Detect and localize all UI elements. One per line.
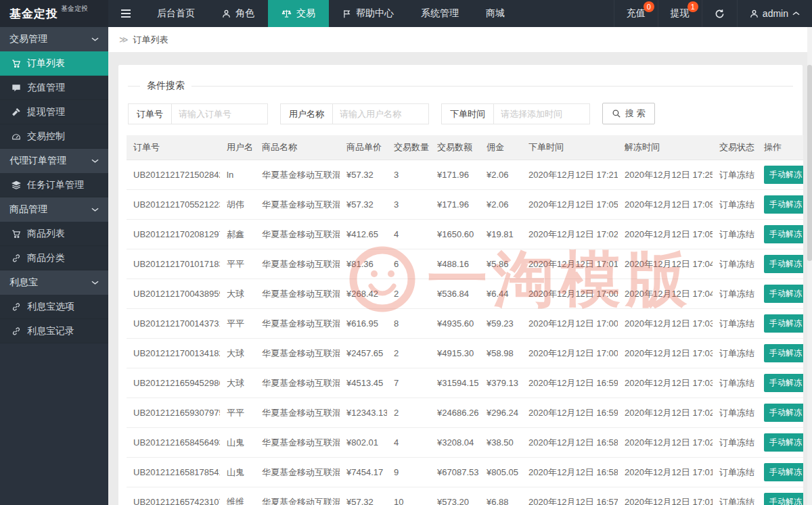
sidebar-item-lixibao-options[interactable]: 利息宝选项 bbox=[0, 295, 108, 319]
cell-commission: ¥38.50 bbox=[480, 428, 522, 458]
col-trade-qty: 交易数量 bbox=[387, 135, 430, 160]
cell-unfreeze-time: 2020年12月12日 17:04:28 bbox=[618, 249, 713, 279]
cell-action: 手动解冻 bbox=[757, 428, 803, 458]
cell-order-no: UB2012121721502842 bbox=[127, 160, 220, 190]
nav-label: 角色 bbox=[235, 7, 254, 20]
sidebar-item-lixibao-records[interactable]: 利息宝记录 bbox=[0, 319, 108, 343]
breadcrumb: ≫ 订单列表 bbox=[108, 27, 812, 52]
cell-username: 山鬼 bbox=[220, 428, 255, 458]
order-no-label: 订单号 bbox=[128, 103, 172, 124]
cell-unit-price: ¥268.42 bbox=[340, 279, 387, 309]
recharge-button[interactable]: 充值 0 bbox=[614, 0, 658, 27]
manual-unfreeze-button[interactable]: 手动解冻 bbox=[764, 404, 803, 422]
sidebar-item-label: 利息宝选项 bbox=[27, 301, 74, 313]
sidebar-item-product-list[interactable]: 商品列表 bbox=[0, 222, 108, 246]
menu-toggle-button[interactable] bbox=[108, 0, 143, 27]
scrollbar-thumb[interactable] bbox=[807, 65, 812, 261]
cell-trade-qty: 2 bbox=[387, 339, 430, 368]
manual-unfreeze-button[interactable]: 手动解冻 bbox=[764, 493, 803, 505]
nav-system-manage[interactable]: 系统管理 bbox=[407, 0, 472, 27]
cell-action: 手动解冻 bbox=[757, 487, 803, 505]
username-input[interactable] bbox=[332, 103, 429, 124]
main-content: ≫ 订单列表 条件搜索 订单号 用户名称 下单时间 bbox=[108, 27, 812, 505]
chevron-down-icon bbox=[91, 158, 99, 164]
username: admin bbox=[763, 8, 788, 19]
cell-commission: ¥6.44 bbox=[480, 279, 522, 309]
cell-unfreeze-time: 2020年12月12日 17:02:49 bbox=[618, 398, 713, 428]
cell-trade-status: 订单冻结 bbox=[713, 398, 757, 428]
nav-label: 系统管理 bbox=[421, 7, 459, 20]
cell-product-name: 华夏基金移动互联混合 bbox=[255, 160, 340, 190]
order-no-input[interactable] bbox=[171, 103, 268, 124]
flag-icon bbox=[342, 9, 351, 18]
nav-label: 帮助中心 bbox=[356, 7, 394, 20]
cell-action: 手动解冻 bbox=[757, 190, 803, 220]
cell-unit-price: ¥616.95 bbox=[340, 309, 387, 339]
order-time-input[interactable] bbox=[493, 103, 590, 124]
sidebar-item-trade-control[interactable]: 交易控制 bbox=[0, 124, 108, 149]
cell-unfreeze-time: 2020年12月12日 17:09:20 bbox=[618, 190, 713, 220]
manual-unfreeze-button[interactable]: 手动解冻 bbox=[764, 344, 803, 362]
nav-roles[interactable]: 角色 bbox=[208, 0, 268, 27]
sidebar-item-recharge-manage[interactable]: 充值管理 bbox=[0, 76, 108, 100]
manual-unfreeze-button[interactable]: 手动解冻 bbox=[764, 195, 803, 214]
table-row: UB2012121657423107 维维 华夏基金移动互联混合 ¥57.32 … bbox=[127, 487, 803, 505]
cell-trade-qty: 7 bbox=[387, 368, 430, 398]
nav-home[interactable]: 后台首页 bbox=[143, 0, 208, 27]
withdraw-badge: 1 bbox=[687, 1, 698, 12]
nav-trade[interactable]: 交易 bbox=[268, 0, 329, 27]
cell-username: 郝鑫 bbox=[220, 220, 255, 249]
sidebar-group-agent-order-manage[interactable]: 代理订单管理 bbox=[0, 149, 108, 173]
manual-unfreeze-button[interactable]: 手动解冻 bbox=[764, 463, 803, 481]
cell-trade-amount: ¥573.20 bbox=[430, 487, 480, 505]
manual-unfreeze-button[interactable]: 手动解冻 bbox=[764, 255, 803, 273]
cell-action: 手动解冻 bbox=[757, 279, 803, 309]
manual-unfreeze-button[interactable]: 手动解冻 bbox=[764, 285, 803, 303]
sidebar-item-label: 提现管理 bbox=[27, 106, 65, 118]
cell-trade-amount: ¥3208.04 bbox=[430, 428, 480, 458]
manual-unfreeze-button[interactable]: 手动解冻 bbox=[764, 433, 803, 452]
cell-order-no: UB2012121658456493 bbox=[127, 428, 220, 458]
nav-mall[interactable]: 商城 bbox=[472, 0, 518, 27]
scrollbar-track[interactable] bbox=[807, 27, 812, 505]
withdraw-button[interactable]: 提现 1 bbox=[658, 0, 702, 27]
cell-username: 维维 bbox=[220, 487, 255, 505]
manual-unfreeze-button[interactable]: 手动解冻 bbox=[764, 225, 803, 243]
order-table-wrap: 订单号 用户名 商品名称 商品单价 交易数量 交易数额 佣金 下单时间 解冻时间… bbox=[127, 135, 794, 505]
cell-trade-status: 订单冻结 bbox=[713, 487, 757, 505]
cell-unit-price: ¥412.65 bbox=[340, 220, 387, 249]
cell-action: 手动解冻 bbox=[757, 368, 803, 398]
col-action: 操作 bbox=[757, 135, 803, 160]
manual-unfreeze-button[interactable]: 手动解冻 bbox=[764, 374, 803, 392]
cell-order-time: 2020年12月12日 16:57:42 bbox=[522, 487, 618, 505]
sidebar-item-task-order-manage[interactable]: 任务订单管理 bbox=[0, 173, 108, 197]
table-row: UB2012121700143731 平平 华夏基金移动互联混合 ¥616.95… bbox=[127, 309, 803, 339]
table-row: UB2012121705521223 胡伟 华夏基金移动互联混合 ¥57.32 … bbox=[127, 190, 803, 220]
sidebar-group-trade-manage[interactable]: 交易管理 bbox=[0, 27, 108, 51]
link-icon bbox=[12, 254, 21, 263]
nav-help-center[interactable]: 帮助中心 bbox=[329, 0, 407, 27]
cell-unit-price: ¥57.32 bbox=[340, 487, 387, 505]
sidebar-item-withdraw-manage[interactable]: 提现管理 bbox=[0, 100, 108, 124]
cell-order-no: UB2012121700143731 bbox=[127, 309, 220, 339]
cell-trade-status: 订单冻结 bbox=[713, 249, 757, 279]
search-button[interactable]: 搜 索 bbox=[602, 103, 655, 124]
cell-product-name: 华夏基金移动互联混合 bbox=[255, 220, 340, 249]
sidebar-group-product-manage[interactable]: 商品管理 bbox=[0, 197, 108, 222]
cell-order-no: UB2012121659452986 bbox=[127, 368, 220, 398]
sidebar: 交易管理 订单列表 充值管理 提现管理 交易控制 代理订单管理 任务订单管理 商… bbox=[0, 27, 108, 505]
manual-unfreeze-button[interactable]: 手动解冻 bbox=[764, 166, 803, 184]
table-row: UB2012121700438959 大球 华夏基金移动互联混合 ¥268.42… bbox=[127, 279, 803, 309]
cell-order-time: 2020年12月12日 17:01:01 bbox=[522, 249, 618, 279]
sidebar-group-lixibao[interactable]: 利息宝 bbox=[0, 270, 108, 295]
cell-unfreeze-time: 2020年12月12日 17:25:08 bbox=[618, 160, 713, 190]
manual-unfreeze-button[interactable]: 手动解冻 bbox=[764, 314, 803, 333]
search-button-label: 搜 索 bbox=[625, 107, 646, 120]
cell-trade-amount: ¥4935.60 bbox=[430, 309, 480, 339]
refresh-button[interactable] bbox=[702, 0, 737, 27]
user-menu[interactable]: admin bbox=[737, 0, 812, 27]
sidebar-item-order-list[interactable]: 订单列表 bbox=[0, 51, 108, 76]
sidebar-item-product-category[interactable]: 商品分类 bbox=[0, 246, 108, 270]
cell-action: 手动解冻 bbox=[757, 339, 803, 368]
cell-action: 手动解冻 bbox=[757, 160, 803, 190]
